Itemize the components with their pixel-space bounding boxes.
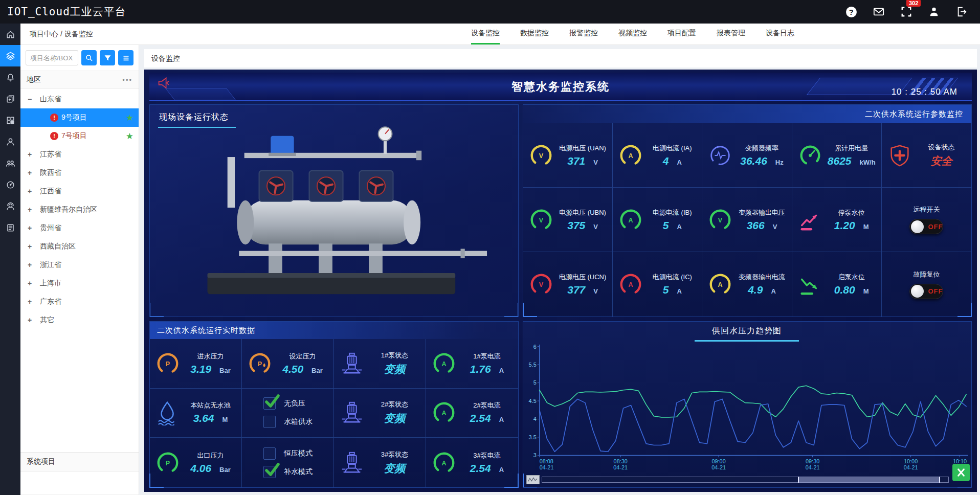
search-button[interactable] bbox=[81, 50, 97, 65]
params-grid: V电源电压 (UAN)371VA电源电流 (IA)4A变频器频率36.46Hz累… bbox=[523, 123, 971, 317]
metric-unit: A bbox=[677, 223, 681, 231]
param-cell-11: A电源电流 (IC)5A bbox=[613, 252, 702, 317]
star-icon[interactable]: ★ bbox=[126, 131, 133, 142]
expander-icon[interactable]: + bbox=[28, 169, 36, 177]
expander-icon[interactable]: + bbox=[28, 150, 36, 159]
rail-support-icon[interactable] bbox=[0, 195, 20, 217]
gauge-icon: V bbox=[706, 207, 734, 233]
expander-icon[interactable]: + bbox=[28, 206, 36, 214]
svg-text:A: A bbox=[629, 152, 633, 159]
help-icon[interactable]: ? bbox=[845, 6, 857, 18]
more-options-icon[interactable]: ••• bbox=[122, 76, 132, 84]
param-cell-4: 设备状态安全 bbox=[882, 123, 971, 188]
breadcrumb-bar: 项目中心 / 设备监控 设备监控数据监控报警监控视频监控项目配置报表管理设备日志 bbox=[20, 24, 980, 45]
metric-value: 5 bbox=[663, 284, 669, 296]
check-label: 恒压模式 bbox=[284, 449, 313, 458]
tree-item-6[interactable]: +新疆维吾尔自治区 bbox=[20, 200, 139, 219]
toggle-knob[interactable] bbox=[911, 285, 924, 298]
metric-label: 设定压力 bbox=[276, 352, 329, 361]
rail-copy-plus-icon[interactable] bbox=[0, 88, 20, 109]
expander-icon[interactable]: + bbox=[28, 242, 36, 251]
logout-icon[interactable] bbox=[955, 6, 968, 18]
star-icon[interactable]: ★ bbox=[126, 112, 133, 123]
nav-tab-1[interactable]: 数据监控 bbox=[520, 24, 549, 44]
system-projects-section[interactable]: 系统项目 bbox=[20, 452, 139, 471]
expander-icon[interactable]: + bbox=[28, 298, 36, 306]
nav-tab-3[interactable]: 视频监控 bbox=[618, 24, 647, 44]
svg-text:V: V bbox=[539, 281, 544, 288]
nav-tab-5[interactable]: 报表管理 bbox=[717, 24, 745, 44]
rail-meter-icon[interactable] bbox=[0, 174, 20, 195]
tree-item-2[interactable]: !7号项目★ bbox=[20, 127, 139, 145]
checked-checkbox-icon[interactable] bbox=[263, 466, 276, 478]
toggle-switch[interactable]: OFF bbox=[909, 284, 943, 299]
funnel-icon bbox=[104, 54, 112, 62]
rail-log-icon[interactable] bbox=[0, 217, 20, 238]
fullscreen-icon[interactable]: 302 bbox=[900, 6, 912, 18]
nav-tab-4[interactable]: 项目配置 bbox=[667, 24, 696, 44]
tree-item-8[interactable]: +西藏自治区 bbox=[20, 237, 139, 256]
metric-unit: M bbox=[222, 416, 228, 423]
tree-item-9[interactable]: +浙江省 bbox=[20, 256, 139, 274]
rail-grid-icon[interactable] bbox=[0, 109, 20, 131]
check-row[interactable]: 补水模式 bbox=[263, 466, 313, 478]
search-input[interactable] bbox=[26, 50, 78, 65]
filter-button[interactable] bbox=[100, 50, 115, 65]
rail-team-icon[interactable] bbox=[0, 152, 20, 174]
unchecked-checkbox-icon[interactable] bbox=[263, 416, 276, 428]
svg-text:P: P bbox=[166, 361, 170, 368]
toggle-switch[interactable]: OFF bbox=[909, 219, 943, 234]
param-toggle-14[interactable]: 故障复位OFF bbox=[882, 252, 971, 317]
tree-item-7[interactable]: +贵州省 bbox=[20, 219, 139, 237]
list-button[interactable] bbox=[118, 50, 133, 65]
check-row[interactable]: 水箱供水 bbox=[263, 416, 313, 428]
realtime-mode-checks-9[interactable]: 恒压模式补水模式 bbox=[242, 438, 334, 487]
tree-item-1[interactable]: !9号项目★ bbox=[20, 108, 139, 127]
expander-icon[interactable]: + bbox=[28, 187, 36, 195]
rail-home-icon[interactable] bbox=[0, 24, 20, 45]
svg-text:4: 4 bbox=[533, 416, 537, 422]
tree-item-5[interactable]: +江西省 bbox=[20, 182, 139, 200]
tree-item-3[interactable]: +江苏省 bbox=[20, 145, 139, 164]
nav-tab-6[interactable]: 设备日志 bbox=[766, 24, 794, 44]
nav-tab-2[interactable]: 报警监控 bbox=[569, 24, 598, 44]
svg-text:A: A bbox=[441, 361, 446, 368]
tree-item-0[interactable]: −山东省 bbox=[20, 90, 139, 108]
excel-export-button[interactable] bbox=[952, 464, 970, 481]
chart-title: 供回水压力趋势图 bbox=[695, 326, 799, 342]
metric-value: 8625 bbox=[828, 155, 852, 167]
unchecked-checkbox-icon[interactable] bbox=[263, 447, 276, 460]
chart-range-slider[interactable] bbox=[542, 477, 949, 483]
tree-item-10[interactable]: +上海市 bbox=[20, 274, 139, 292]
realtime-grid: P进水压力3.19BarP设定压力4.50Bar1#泵状态变频A1#泵电流1.7… bbox=[150, 339, 518, 487]
nav-tab-0[interactable]: 设备监控 bbox=[471, 24, 500, 44]
realtime-mode-checks-5[interactable]: 无负压水箱供水 bbox=[242, 389, 334, 438]
topbar-actions: ? 302 bbox=[845, 6, 973, 18]
tree-item-4[interactable]: +陕西省 bbox=[20, 164, 139, 182]
check-row[interactable]: 恒压模式 bbox=[263, 447, 313, 460]
slider-selected-range[interactable] bbox=[798, 477, 940, 483]
checked-checkbox-icon[interactable] bbox=[263, 397, 276, 410]
app-title: IOT_Cloud工业云平台 bbox=[7, 5, 126, 19]
expander-icon[interactable]: + bbox=[28, 279, 36, 287]
alert-icon: ! bbox=[50, 132, 58, 140]
rail-bell-icon[interactable] bbox=[0, 66, 20, 88]
expander-icon[interactable]: + bbox=[28, 316, 36, 324]
user-icon[interactable] bbox=[928, 6, 940, 18]
rail-user-icon[interactable] bbox=[0, 131, 20, 152]
expander-icon[interactable]: + bbox=[28, 261, 36, 269]
pump-icon bbox=[338, 351, 366, 376]
mail-icon[interactable] bbox=[873, 6, 885, 18]
tree-item-12[interactable]: +其它 bbox=[20, 311, 139, 329]
expander-icon[interactable]: + bbox=[28, 224, 36, 232]
rail-layers-icon[interactable] bbox=[0, 45, 20, 66]
tree-item-11[interactable]: +广东省 bbox=[20, 292, 139, 311]
params-panel-title: 二次供水系统运行参数监控 bbox=[523, 105, 971, 123]
param-cell-1: A电源电流 (IA)4A bbox=[613, 123, 702, 188]
param-toggle-9[interactable]: 远程开关OFF bbox=[882, 188, 971, 252]
expander-icon[interactable]: − bbox=[28, 95, 36, 103]
toggle-knob[interactable] bbox=[911, 220, 924, 233]
metric-value: 0.80 bbox=[834, 284, 855, 296]
check-row[interactable]: 无负压 bbox=[263, 397, 313, 410]
chart-thumbnail[interactable] bbox=[526, 475, 540, 484]
